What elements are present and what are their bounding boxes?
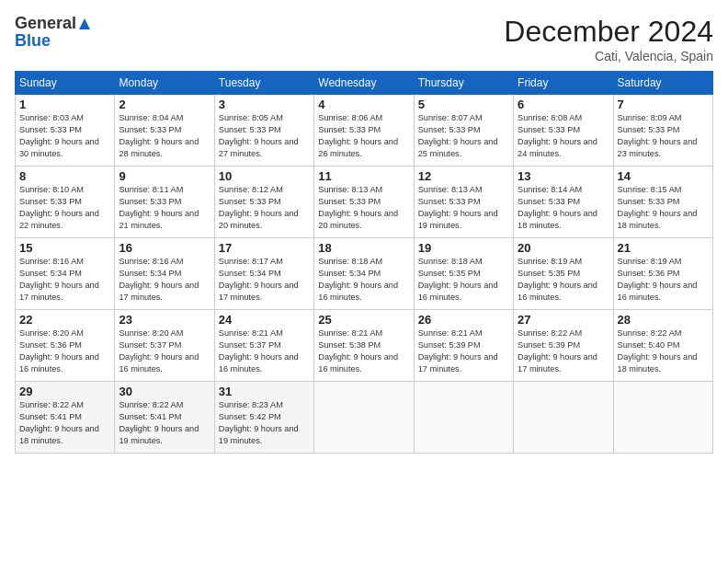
calendar-cell: 4 Sunrise: 8:06 AM Sunset: 5:33 PM Dayli… — [314, 95, 414, 167]
calendar-header-saturday: Saturday — [613, 72, 712, 95]
logo-triangle-icon — [77, 17, 92, 31]
day-number: 22 — [19, 313, 110, 327]
calendar-cell — [314, 382, 414, 454]
day-info: Sunrise: 8:10 AM Sunset: 5:33 PM Dayligh… — [19, 184, 110, 232]
calendar-cell: 12 Sunrise: 8:13 AM Sunset: 5:33 PM Dayl… — [414, 167, 513, 238]
day-number: 25 — [318, 313, 409, 327]
calendar-cell: 15 Sunrise: 8:16 AM Sunset: 5:34 PM Dayl… — [16, 238, 115, 310]
calendar-cell: 8 Sunrise: 8:10 AM Sunset: 5:33 PM Dayli… — [16, 167, 115, 238]
day-info: Sunrise: 8:21 AM Sunset: 5:38 PM Dayligh… — [318, 327, 409, 375]
day-info: Sunrise: 8:13 AM Sunset: 5:33 PM Dayligh… — [318, 184, 409, 232]
calendar-cell — [514, 382, 613, 454]
day-info: Sunrise: 8:23 AM Sunset: 5:42 PM Dayligh… — [219, 399, 310, 447]
day-info: Sunrise: 8:09 AM Sunset: 5:33 PM Dayligh… — [618, 112, 709, 160]
day-info: Sunrise: 8:21 AM Sunset: 5:39 PM Dayligh… — [418, 327, 509, 375]
day-info: Sunrise: 8:03 AM Sunset: 5:33 PM Dayligh… — [19, 112, 110, 160]
day-number: 10 — [219, 169, 310, 183]
day-info: Sunrise: 8:13 AM Sunset: 5:33 PM Dayligh… — [418, 184, 509, 232]
calendar-cell: 28 Sunrise: 8:22 AM Sunset: 5:40 PM Dayl… — [613, 310, 712, 382]
day-number: 14 — [618, 169, 709, 183]
day-number: 9 — [119, 169, 210, 183]
calendar-header-tuesday: Tuesday — [214, 72, 313, 95]
day-info: Sunrise: 8:08 AM Sunset: 5:33 PM Dayligh… — [518, 112, 609, 160]
day-number: 30 — [119, 385, 210, 398]
day-number: 12 — [418, 169, 509, 183]
day-number: 18 — [318, 241, 409, 255]
svg-marker-0 — [79, 18, 90, 29]
calendar-cell: 24 Sunrise: 8:21 AM Sunset: 5:37 PM Dayl… — [214, 310, 313, 382]
calendar-cell: 14 Sunrise: 8:15 AM Sunset: 5:33 PM Dayl… — [613, 167, 712, 238]
day-info: Sunrise: 8:16 AM Sunset: 5:34 PM Dayligh… — [19, 256, 110, 304]
day-info: Sunrise: 8:04 AM Sunset: 5:33 PM Dayligh… — [119, 112, 210, 160]
calendar-cell: 16 Sunrise: 8:16 AM Sunset: 5:34 PM Dayl… — [115, 238, 214, 310]
calendar-week-row: 29 Sunrise: 8:22 AM Sunset: 5:41 PM Dayl… — [16, 382, 713, 454]
day-number: 20 — [518, 241, 609, 255]
day-number: 6 — [518, 98, 609, 111]
day-number: 27 — [518, 313, 609, 327]
calendar-week-row: 22 Sunrise: 8:20 AM Sunset: 5:36 PM Dayl… — [16, 310, 713, 382]
calendar-cell: 22 Sunrise: 8:20 AM Sunset: 5:36 PM Dayl… — [16, 310, 115, 382]
calendar-header-row: SundayMondayTuesdayWednesdayThursdayFrid… — [16, 72, 713, 95]
day-info: Sunrise: 8:22 AM Sunset: 5:41 PM Dayligh… — [119, 399, 210, 447]
calendar-table: SundayMondayTuesdayWednesdayThursdayFrid… — [15, 71, 713, 454]
title-area: December 2024 Cati, Valencia, Spain — [504, 15, 713, 63]
day-number: 21 — [618, 241, 709, 255]
day-number: 2 — [119, 98, 210, 111]
day-number: 15 — [19, 241, 110, 255]
day-number: 26 — [418, 313, 509, 327]
calendar-header-sunday: Sunday — [16, 72, 115, 95]
day-number: 3 — [219, 98, 310, 111]
location: Cati, Valencia, Spain — [504, 49, 713, 63]
day-info: Sunrise: 8:15 AM Sunset: 5:33 PM Dayligh… — [618, 184, 709, 232]
day-info: Sunrise: 8:21 AM Sunset: 5:37 PM Dayligh… — [219, 327, 310, 375]
day-info: Sunrise: 8:12 AM Sunset: 5:33 PM Dayligh… — [219, 184, 310, 232]
day-number: 16 — [119, 241, 210, 255]
calendar-cell: 31 Sunrise: 8:23 AM Sunset: 5:42 PM Dayl… — [214, 382, 313, 454]
day-number: 4 — [318, 98, 409, 111]
day-info: Sunrise: 8:18 AM Sunset: 5:34 PM Dayligh… — [318, 256, 409, 304]
logo: General Blue — [15, 15, 93, 51]
calendar-cell: 25 Sunrise: 8:21 AM Sunset: 5:38 PM Dayl… — [314, 310, 414, 382]
calendar-header-wednesday: Wednesday — [314, 72, 414, 95]
calendar-cell: 21 Sunrise: 8:19 AM Sunset: 5:36 PM Dayl… — [613, 238, 712, 310]
calendar-cell — [414, 382, 513, 454]
day-info: Sunrise: 8:20 AM Sunset: 5:36 PM Dayligh… — [19, 327, 110, 375]
day-info: Sunrise: 8:14 AM Sunset: 5:33 PM Dayligh… — [518, 184, 609, 232]
header: General Blue December 2024 Cati, Valenci… — [15, 15, 713, 63]
day-number: 5 — [418, 98, 509, 111]
day-number: 11 — [318, 169, 409, 183]
calendar-cell: 20 Sunrise: 8:19 AM Sunset: 5:35 PM Dayl… — [514, 238, 613, 310]
day-number: 23 — [119, 313, 210, 327]
calendar-cell: 7 Sunrise: 8:09 AM Sunset: 5:33 PM Dayli… — [613, 95, 712, 167]
calendar-cell: 9 Sunrise: 8:11 AM Sunset: 5:33 PM Dayli… — [115, 167, 214, 238]
calendar-header-friday: Friday — [514, 72, 613, 95]
day-info: Sunrise: 8:11 AM Sunset: 5:33 PM Dayligh… — [119, 184, 210, 232]
day-info: Sunrise: 8:17 AM Sunset: 5:34 PM Dayligh… — [219, 256, 310, 304]
day-info: Sunrise: 8:22 AM Sunset: 5:41 PM Dayligh… — [19, 399, 110, 447]
day-info: Sunrise: 8:06 AM Sunset: 5:33 PM Dayligh… — [318, 112, 409, 160]
calendar-cell: 6 Sunrise: 8:08 AM Sunset: 5:33 PM Dayli… — [514, 95, 613, 167]
calendar-cell: 11 Sunrise: 8:13 AM Sunset: 5:33 PM Dayl… — [314, 167, 414, 238]
day-info: Sunrise: 8:07 AM Sunset: 5:33 PM Dayligh… — [418, 112, 509, 160]
logo-blue: Blue — [15, 31, 51, 51]
day-info: Sunrise: 8:19 AM Sunset: 5:35 PM Dayligh… — [518, 256, 609, 304]
calendar-cell: 17 Sunrise: 8:17 AM Sunset: 5:34 PM Dayl… — [214, 238, 313, 310]
day-number: 7 — [618, 98, 709, 111]
calendar-cell: 10 Sunrise: 8:12 AM Sunset: 5:33 PM Dayl… — [214, 167, 313, 238]
day-number: 13 — [518, 169, 609, 183]
day-number: 19 — [418, 241, 509, 255]
calendar-cell: 27 Sunrise: 8:22 AM Sunset: 5:39 PM Dayl… — [514, 310, 613, 382]
calendar-week-row: 8 Sunrise: 8:10 AM Sunset: 5:33 PM Dayli… — [16, 167, 713, 238]
month-title: December 2024 — [504, 15, 713, 49]
calendar-cell: 29 Sunrise: 8:22 AM Sunset: 5:41 PM Dayl… — [16, 382, 115, 454]
calendar-cell: 18 Sunrise: 8:18 AM Sunset: 5:34 PM Dayl… — [314, 238, 414, 310]
day-number: 8 — [19, 169, 110, 183]
calendar-week-row: 1 Sunrise: 8:03 AM Sunset: 5:33 PM Dayli… — [16, 95, 713, 167]
day-info: Sunrise: 8:05 AM Sunset: 5:33 PM Dayligh… — [219, 112, 310, 160]
calendar-cell — [613, 382, 712, 454]
day-number: 24 — [219, 313, 310, 327]
calendar-cell: 2 Sunrise: 8:04 AM Sunset: 5:33 PM Dayli… — [115, 95, 214, 167]
calendar-cell: 1 Sunrise: 8:03 AM Sunset: 5:33 PM Dayli… — [16, 95, 115, 167]
day-number: 29 — [19, 385, 110, 398]
day-info: Sunrise: 8:16 AM Sunset: 5:34 PM Dayligh… — [119, 256, 210, 304]
